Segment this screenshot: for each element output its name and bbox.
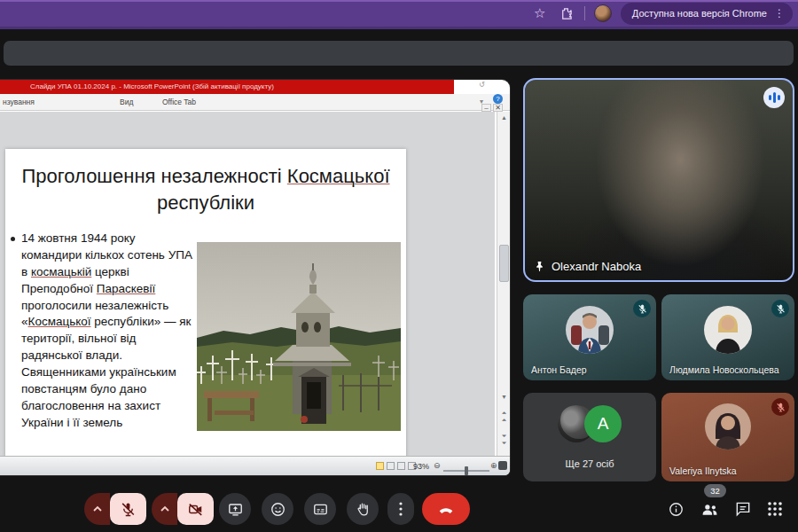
ppt-view-sorter-icon [387,462,395,470]
tile-name-valeriya: Valeriya Ilnytska [669,466,737,476]
audio-level-icon [763,87,785,108]
reactions-button[interactable] [262,493,293,525]
camera-toggle-button[interactable] [177,493,214,525]
present-screen-icon [227,501,244,518]
ppt-scrollbar: ▲ ▼ ⏶⏶ ⏷⏷ [497,112,510,456]
captions-icon [312,501,329,518]
people-icon [700,500,719,519]
mic-options-chevron[interactable] [84,493,110,525]
ppt-menu-officetab: Office Tab [162,98,196,106]
video-tile-overflow[interactable]: A Ще 27 осіб [523,393,656,481]
raise-hand-button[interactable] [347,493,379,525]
ppt-close-icon: ✕ [493,104,503,112]
chrome-update-chip[interactable]: Доступна нова версія Chrome ⋮ [621,3,793,25]
avatar-liudmyla [704,306,752,354]
bookmark-star-icon[interactable]: ☆ [531,4,549,22]
slide-title-seg-underlined: Космацької [287,165,390,187]
ppt-menu-bar: нзування Вид Office Tab ▾ [0,94,510,111]
chat-button[interactable] [732,498,754,520]
ppt-minimize-icon: – [481,104,491,112]
ppt-menu-view: Вид [120,98,133,106]
activities-button[interactable] [764,498,786,520]
ppt-zoom-out-icon: ⊖ [434,461,441,470]
end-call-icon [436,499,456,519]
show-participants-button[interactable] [699,498,720,520]
extensions-icon[interactable] [558,4,575,22]
slide-title-seg: Проголошення незалежності [21,165,286,187]
meet-call-window: ☆ Доступна нова версія Chrome ⋮ Слайди У… [0,0,798,532]
more-options-icon [399,502,403,516]
raise-hand-icon [355,501,372,518]
tile-name-liudmyla: Людмила Новоскольцева [669,364,779,375]
bullet-dot [11,237,15,241]
ppt-zoom-level: 93% [413,462,429,471]
ppt-help-icon: ? [493,94,503,104]
ppt-status-bar: 93% ⊖ ⊕ [0,456,510,475]
ppt-menu-review: нзування [3,98,35,106]
ppt-scrollbar-thumb [499,245,509,282]
meeting-details-button[interactable] [665,498,686,520]
slide-canvas: Проголошення незалежності Космацької рес… [5,149,406,456]
more-options-button[interactable] [387,493,414,525]
tile-name-overflow: Ще 27 осіб [523,458,656,469]
ppt-view-reading-icon [397,462,405,470]
info-icon [668,501,685,518]
end-call-button[interactable] [422,493,470,525]
apps-grid-icon [767,501,783,517]
ppt-window-title: Слайди УПА 01.10.2024 р. - Microsoft Pow… [30,82,274,90]
shared-screen-powerpoint: Слайди УПА 01.10.2024 р. - Microsoft Pow… [0,80,510,475]
ppt-zoom-slider-thumb [465,466,468,475]
video-tile-valeriya[interactable]: Valeriya Ilnytska [661,393,794,481]
browser-menu-icon[interactable]: ⋮ [774,8,785,19]
ppt-view-normal-icon [376,462,384,470]
ppt-corner-icon: ↺ [479,81,485,89]
mic-muted-icon [771,300,789,317]
avatar-valeriya [705,403,751,450]
slide-photo-church [197,242,401,431]
video-tile-main-speaker[interactable]: Olexandr Naboka [523,78,794,282]
ppt-fit-window-icon [498,461,507,470]
mic-muted-icon [633,300,651,317]
toolbar-divider [584,6,585,20]
present-screen-button[interactable] [219,493,251,525]
overflow-avatar-letter: A [584,405,622,442]
chrome-update-label: Доступна нова версія Chrome [632,8,767,19]
profile-avatar[interactable] [594,4,612,22]
slide-title-seg: республіки [157,192,254,214]
ppt-titlebar: Слайди УПА 01.10.2024 р. - Microsoft Pow… [0,80,510,94]
emoji-icon [270,501,286,518]
tile-name-anton: Антон Бадер [531,364,587,375]
slide-title: Проголошення незалежності Космацької рес… [21,163,390,215]
main-speaker-name: Olexandr Naboka [552,260,641,273]
mic-muted-icon [771,398,789,416]
camera-off-icon [187,501,204,518]
chat-icon [734,500,752,518]
address-bar[interactable] [4,41,794,66]
ppt-editing-area: Проголошення незалежності Космацької рес… [0,112,495,456]
ppt-zoom-in-icon: ⊕ [490,461,497,470]
mic-off-icon [120,501,137,518]
video-tile-liudmyla[interactable]: Людмила Новоскольцева [661,294,794,380]
pin-icon [534,261,545,272]
avatar-anton [566,306,614,354]
browser-toolbar: ☆ Доступна нова версія Chrome ⋮ [0,0,798,29]
slide-bullet-text: 14 жовтня 1944 року командири кількох со… [21,231,199,432]
video-tile-anton[interactable]: Антон Бадер [523,294,656,380]
captions-button[interactable] [304,493,336,525]
mic-toggle-button[interactable] [110,493,146,525]
camera-options-chevron[interactable] [152,493,177,525]
slide-bullet: 14 жовтня 1944 року командири кількох со… [11,231,199,432]
participant-count-badge: 32 [704,484,726,497]
